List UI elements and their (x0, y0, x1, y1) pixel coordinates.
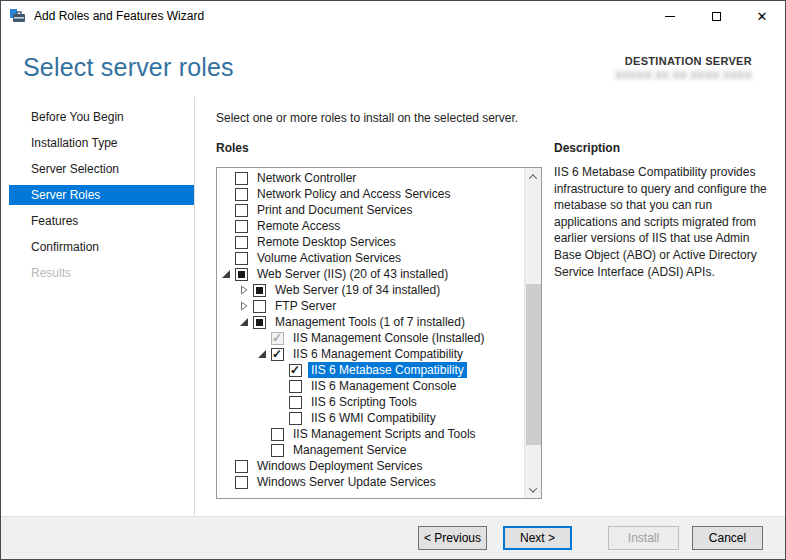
tree-item-label: IIS 6 Management Console (308, 378, 459, 394)
tree-item-windows-deployment-services[interactable]: Windows Deployment Services (217, 458, 524, 474)
tree-item-label: Volume Activation Services (254, 250, 404, 266)
tree-item-remote-desktop-services[interactable]: Remote Desktop Services (217, 234, 524, 250)
chevron-up-icon (529, 174, 537, 182)
tree-item-iis-management-console-installed[interactable]: IIS Management Console (Installed) (217, 330, 524, 346)
sidebar-item-server-roles[interactable]: Server Roles (9, 185, 194, 205)
sidebar-item-label: Confirmation (31, 240, 99, 254)
maximize-icon (712, 12, 721, 21)
checkbox[interactable] (235, 476, 248, 489)
cancel-button[interactable]: Cancel (692, 526, 763, 550)
tree-item-label: IIS 6 Metabase Compatibility (308, 362, 467, 378)
tree-item-label: IIS 6 Management Compatibility (290, 346, 466, 362)
tree-item-label: IIS 6 Scripting Tools (308, 394, 420, 410)
wizard-steps-sidebar: Before You BeginInstallation TypeServer … (9, 107, 194, 289)
tree-item-web-server-iis-20-of-43-installed[interactable]: Web Server (IIS) (20 of 43 installed) (217, 266, 524, 282)
roles-label: Roles (216, 141, 249, 155)
tree-item-label: Windows Deployment Services (254, 458, 425, 474)
minimize-icon (665, 16, 675, 17)
tree-item-network-policy-and-access-services[interactable]: Network Policy and Access Services (217, 186, 524, 202)
close-button[interactable]: ✕ (739, 1, 785, 31)
minimize-button[interactable] (647, 1, 693, 31)
expander-icon[interactable] (221, 269, 231, 279)
checkbox[interactable] (235, 204, 248, 217)
chevron-down-icon (529, 484, 537, 492)
tree-item-label: Print and Document Services (254, 202, 415, 218)
checkbox[interactable] (235, 236, 248, 249)
roles-tree: Network Controller Network Policy and Ac… (217, 168, 524, 498)
tree-item-iis-6-wmi-compatibility[interactable]: IIS 6 WMI Compatibility (217, 410, 524, 426)
next-button[interactable]: Next > (503, 526, 572, 550)
checkbox[interactable] (253, 300, 266, 313)
scroll-down-button[interactable] (525, 481, 541, 498)
sidebar-item-label: Installation Type (31, 136, 118, 150)
sidebar-item-label: Results (31, 266, 71, 280)
sidebar-item-label: Features (31, 214, 78, 228)
tree-item-iis-6-scripting-tools[interactable]: IIS 6 Scripting Tools (217, 394, 524, 410)
expander-icon[interactable] (239, 301, 249, 311)
tree-item-label: Remote Desktop Services (254, 234, 399, 250)
tree-item-remote-access[interactable]: Remote Access (217, 218, 524, 234)
tree-item-label: Management Service (290, 442, 409, 458)
button-label: < Previous (424, 531, 481, 545)
tree-item-iis-6-management-compatibility[interactable]: IIS 6 Management Compatibility (217, 346, 524, 362)
vertical-scrollbar[interactable] (524, 168, 541, 498)
sidebar-item-features[interactable]: Features (9, 211, 194, 231)
checkbox[interactable] (271, 428, 284, 441)
maximize-button[interactable] (693, 1, 739, 31)
expander-icon[interactable] (239, 317, 249, 327)
tree-item-web-server-19-of-34-installed[interactable]: Web Server (19 of 34 installed) (217, 282, 524, 298)
checkbox[interactable] (235, 460, 248, 473)
checkbox[interactable] (253, 284, 266, 297)
checkbox[interactable] (271, 444, 284, 457)
server-manager-icon (10, 8, 27, 25)
checkbox[interactable] (235, 268, 248, 281)
tree-item-label: Management Tools (1 of 7 installed) (272, 314, 468, 330)
instruction-text: Select one or more roles to install on t… (216, 111, 518, 125)
previous-button[interactable]: < Previous (418, 526, 487, 550)
checkbox[interactable] (289, 412, 302, 425)
tree-item-iis-6-metabase-compatibility[interactable]: IIS 6 Metabase Compatibility (217, 362, 524, 378)
checkbox[interactable] (271, 348, 284, 361)
sidebar-item-label: Server Selection (31, 162, 119, 176)
tree-item-label: IIS 6 WMI Compatibility (308, 410, 439, 426)
close-icon: ✕ (757, 10, 768, 23)
install-button: Install (608, 526, 679, 550)
tree-item-management-tools-1-of-7-installed[interactable]: Management Tools (1 of 7 installed) (217, 314, 524, 330)
tree-item-ftp-server[interactable]: FTP Server (217, 298, 524, 314)
checkbox[interactable] (253, 316, 266, 329)
sidebar-item-label: Server Roles (31, 188, 100, 202)
button-label: Install (628, 531, 659, 545)
sidebar-item-results: Results (9, 263, 194, 283)
checkbox[interactable] (235, 188, 248, 201)
tree-item-label: Network Policy and Access Services (254, 186, 453, 202)
scroll-up-button[interactable] (525, 168, 541, 185)
tree-item-label: Web Server (IIS) (20 of 43 installed) (254, 266, 451, 282)
tree-item-label: Remote Access (254, 218, 343, 234)
sidebar-item-before-you-begin[interactable]: Before You Begin (9, 107, 194, 127)
checkbox[interactable] (289, 380, 302, 393)
tree-item-volume-activation-services[interactable]: Volume Activation Services (217, 250, 524, 266)
tree-item-iis-6-management-console[interactable]: IIS 6 Management Console (217, 378, 524, 394)
sidebar-item-confirmation[interactable]: Confirmation (9, 237, 194, 257)
destination-server-label: DESTINATION SERVER (615, 55, 752, 67)
tree-item-network-controller[interactable]: Network Controller (217, 170, 524, 186)
tree-item-print-and-document-services[interactable]: Print and Document Services (217, 202, 524, 218)
description-text: IIS 6 Metabase Compatibility provides in… (554, 164, 773, 280)
expander-icon[interactable] (257, 349, 267, 359)
tree-item-windows-server-update-services[interactable]: Windows Server Update Services (217, 474, 524, 490)
sidebar-divider (194, 97, 195, 518)
tree-item-label: Windows Server Update Services (254, 474, 439, 490)
checkbox[interactable] (289, 364, 302, 377)
sidebar-item-server-selection[interactable]: Server Selection (9, 159, 194, 179)
expander-icon[interactable] (239, 285, 249, 295)
checkbox[interactable] (235, 220, 248, 233)
button-label: Next > (520, 531, 555, 545)
sidebar-item-installation-type[interactable]: Installation Type (9, 133, 194, 153)
checkbox[interactable] (289, 396, 302, 409)
scrollbar-thumb[interactable] (526, 284, 541, 445)
checkbox[interactable] (235, 252, 248, 265)
tree-item-iis-management-scripts-and-tools[interactable]: IIS Management Scripts and Tools (217, 426, 524, 442)
window-title: Add Roles and Features Wizard (34, 9, 204, 23)
tree-item-management-service[interactable]: Management Service (217, 442, 524, 458)
checkbox[interactable] (235, 172, 248, 185)
